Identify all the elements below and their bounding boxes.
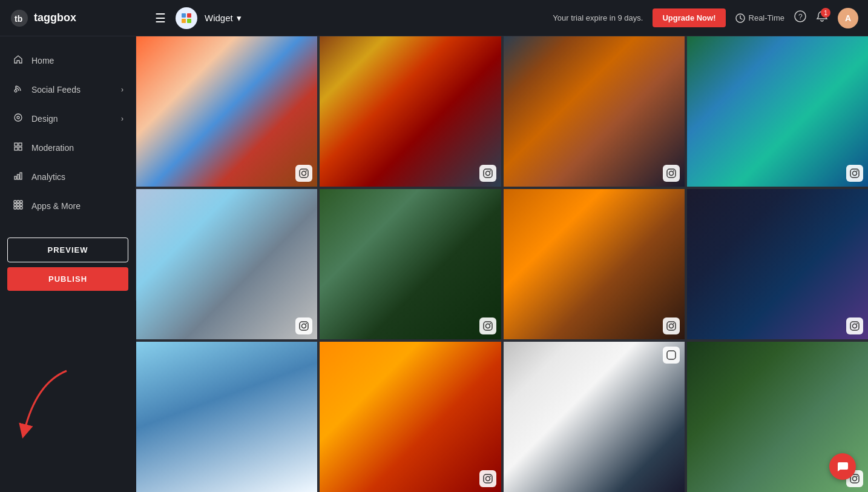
svg-rect-31	[484, 169, 492, 178]
preview-button[interactable]: PREVIEW	[7, 238, 128, 262]
svg-rect-37	[850, 169, 859, 178]
sidebar-item-home[interactable]: Home	[0, 46, 136, 75]
svg-rect-20	[17, 201, 19, 203]
instagram-icon	[850, 168, 860, 178]
sidebar-item-apps-more[interactable]: Apps & More	[0, 191, 136, 221]
svg-rect-27	[20, 207, 22, 209]
svg-rect-34	[667, 169, 676, 178]
sidebar-nav: Home Social Feeds ›	[0, 36, 136, 230]
svg-rect-14	[15, 147, 18, 150]
svg-rect-40	[300, 322, 308, 330]
sidebar-item-moderation[interactable]: Moderation	[0, 133, 136, 162]
svg-point-38	[853, 171, 857, 176]
svg-point-42	[306, 323, 307, 324]
sidebar-item-analytics[interactable]: Analytics	[0, 162, 136, 191]
instagram-icon	[483, 474, 493, 484]
svg-rect-23	[17, 204, 19, 206]
svg-point-48	[673, 323, 674, 324]
svg-rect-21	[20, 201, 22, 203]
sidebar-item-analytics-label: Analytics	[31, 172, 65, 182]
instagram-badge	[846, 317, 863, 334]
sidebar-item-home-label: Home	[31, 56, 54, 65]
help-button[interactable]: ?	[794, 10, 806, 25]
analytics-icon	[12, 171, 24, 183]
svg-point-9	[15, 90, 17, 92]
arrow-annotation	[6, 365, 85, 444]
upgrade-button[interactable]: Upgrade Now!	[653, 8, 725, 27]
instagram-badge	[295, 165, 312, 182]
svg-point-47	[669, 324, 673, 328]
sidebar-item-apps-more-label: Apps & More	[31, 201, 81, 211]
instagram-badge	[479, 470, 496, 487]
svg-rect-22	[14, 204, 16, 206]
grid-item[interactable]	[136, 189, 317, 339]
sidebar-bottom: PREVIEW PUBLISH	[0, 230, 136, 301]
sidebar-item-social-feeds[interactable]: Social Feeds ›	[0, 75, 136, 104]
grid-item[interactable]	[687, 189, 868, 339]
instagram-icon	[666, 321, 676, 331]
svg-rect-52	[484, 474, 492, 483]
home-icon	[12, 55, 24, 67]
notification-badge: 1	[821, 8, 830, 18]
avatar[interactable]: A	[838, 8, 858, 28]
grid-item[interactable]	[504, 36, 685, 187]
header-center: ☰ Widget ▾	[153, 7, 543, 29]
social-feeds-icon	[12, 84, 24, 96]
instagram-icon	[666, 168, 676, 178]
svg-rect-26	[17, 207, 19, 209]
instagram-badge	[295, 317, 312, 334]
instagram-icon	[299, 321, 309, 331]
instagram-badge	[846, 165, 863, 182]
grid-item[interactable]	[136, 342, 317, 492]
svg-rect-17	[18, 175, 19, 179]
svg-rect-55	[667, 351, 676, 359]
chat-bubble-button[interactable]	[829, 453, 856, 480]
svg-rect-2	[182, 13, 186, 18]
svg-rect-4	[182, 19, 186, 23]
notification-button[interactable]: 1	[816, 10, 828, 25]
content-area	[136, 36, 868, 492]
publish-button[interactable]: PUBLISH	[7, 267, 128, 291]
grid-item[interactable]	[320, 36, 501, 187]
instagram-icon	[483, 321, 493, 331]
social-feeds-arrow: ›	[121, 85, 123, 94]
svg-point-57	[853, 477, 857, 481]
instagram-badge	[479, 165, 496, 182]
realtime-button[interactable]: Real-Time	[735, 13, 784, 23]
moderation-icon	[12, 142, 24, 154]
grid-item[interactable]	[687, 36, 868, 187]
design-arrow: ›	[121, 115, 123, 123]
grid-item[interactable]	[320, 189, 501, 339]
svg-point-39	[856, 170, 858, 171]
svg-rect-16	[15, 176, 16, 179]
svg-rect-13	[19, 143, 22, 146]
svg-point-36	[673, 170, 674, 171]
sidebar-item-social-feeds-label: Social Feeds	[31, 85, 81, 95]
svg-point-32	[485, 171, 490, 176]
sidebar-item-design[interactable]: Design ›	[0, 104, 136, 133]
svg-rect-46	[667, 322, 676, 330]
svg-rect-5	[187, 19, 191, 23]
app-header: tb taggbox ☰ Widget ▾ Your trial expire …	[0, 0, 868, 36]
apps-more-icon	[12, 200, 24, 212]
clock-icon	[735, 13, 745, 23]
help-icon: ?	[794, 10, 806, 22]
svg-rect-28	[300, 169, 308, 178]
hamburger-button[interactable]: ☰	[153, 8, 168, 28]
svg-point-51	[856, 323, 858, 324]
svg-point-30	[306, 170, 307, 171]
svg-rect-12	[15, 143, 18, 146]
sidebar-wrapper: Home Social Feeds ›	[0, 36, 136, 492]
svg-point-35	[669, 171, 673, 176]
instagram-badge	[663, 165, 680, 182]
widget-button[interactable]: Widget ▾	[205, 13, 242, 24]
grid-item[interactable]	[504, 342, 685, 492]
instagram-icon	[666, 350, 676, 360]
grid-item[interactable]	[136, 36, 317, 187]
svg-point-11	[17, 116, 19, 119]
svg-rect-49	[850, 322, 859, 330]
chat-icon	[836, 460, 849, 473]
svg-rect-19	[14, 201, 16, 203]
grid-item[interactable]	[504, 189, 685, 339]
grid-item[interactable]	[320, 342, 501, 492]
